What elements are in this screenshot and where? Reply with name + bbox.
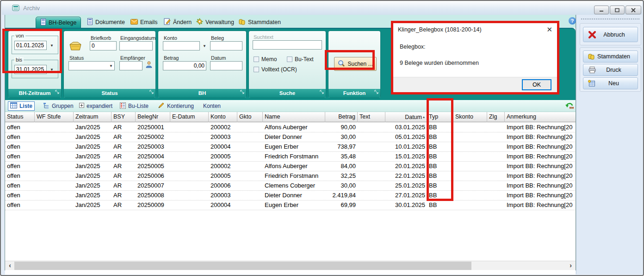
- tab-emails[interactable]: Emails: [126, 17, 162, 28]
- tab-label: Dokumente: [95, 19, 125, 25]
- cell-konto: 200004: [209, 142, 237, 151]
- chevron-down-icon[interactable]: ▼: [109, 64, 113, 68]
- status-dropdown[interactable]: [68, 61, 115, 70]
- inbox-tray-icon[interactable]: [68, 41, 82, 53]
- scrollbar-thumb[interactable]: [14, 262, 471, 270]
- memo-checkbox[interactable]: Memo: [254, 56, 277, 63]
- dropdown-arrow-icon[interactable]: ▼: [50, 68, 54, 72]
- tab-stammdaten[interactable]: Stammdaten: [235, 17, 285, 28]
- druck-button[interactable]: Druck: [583, 64, 638, 76]
- column-header-status[interactable]: Status: [5, 112, 35, 122]
- view-konten[interactable]: Konten: [201, 101, 223, 111]
- cell-betrag: 84,00: [325, 162, 358, 171]
- bis-date-field[interactable]: 31.01.2025: [14, 65, 47, 74]
- table-header-row: StatusWF StufeZeitraumBSYBelegNrE-DatumK…: [5, 112, 576, 122]
- cell-skonto: [453, 132, 487, 142]
- table-row[interactable]: offenJan/2025AR20250006200005Friedrich F…: [5, 171, 576, 181]
- cell-gkto: [237, 152, 263, 161]
- column-header-bsy[interactable]: BSY: [111, 112, 136, 122]
- table-row[interactable]: offenJan/2025AR20250007200006Clemens Cob…: [5, 181, 576, 191]
- group-expander-icon[interactable]: [320, 88, 324, 96]
- close-button[interactable]: [625, 6, 641, 14]
- column-header-datum[interactable]: Datum▴: [385, 112, 427, 122]
- table-row[interactable]: offenJan/2025AR20250004200005Friedrich F…: [5, 152, 576, 162]
- group-expander-icon[interactable]: [55, 88, 59, 96]
- column-header-belegnr[interactable]: BelegNr: [136, 112, 170, 122]
- column-header-konto[interactable]: Konto: [209, 112, 237, 122]
- volltext-checkbox[interactable]: Volltext (OCR): [254, 66, 297, 73]
- eingangsdatum-field[interactable]: [119, 41, 153, 50]
- briefkorb-field[interactable]: 0: [90, 41, 117, 50]
- datum-field[interactable]: [210, 61, 242, 70]
- column-header-wf-stufe[interactable]: WF Stufe: [35, 112, 74, 122]
- tab-aendern[interactable]: Ändern: [160, 17, 196, 28]
- column-header-zeitraum[interactable]: Zeitraum: [74, 112, 111, 122]
- column-header-e-datum[interactable]: E-Datum: [170, 112, 209, 122]
- cell-typ: BB: [427, 142, 453, 151]
- table-row[interactable]: offenJan/2025AR20250009200004Eugen Erber…: [5, 201, 576, 210]
- cell-zlg: [487, 191, 505, 200]
- printer-icon: [588, 67, 596, 74]
- column-header-skonto[interactable]: Skonto: [453, 112, 487, 122]
- group-expander-icon[interactable]: [240, 88, 244, 96]
- cell-name: Eugen Erber: [263, 142, 325, 151]
- view-expandiert[interactable]: expandiert: [77, 101, 114, 111]
- help-icon[interactable]: ?: [569, 17, 576, 25]
- group-expander-icon[interactable]: [374, 88, 378, 96]
- reassign-arrow-icon[interactable]: [564, 101, 575, 112]
- dropdown-arrow-icon[interactable]: ▼: [203, 44, 206, 48]
- tab-verwaltung[interactable]: Verwaltung: [192, 17, 238, 28]
- maximize-button[interactable]: [610, 6, 625, 14]
- column-header-name[interactable]: Name: [263, 112, 325, 122]
- table-row[interactable]: offenJan/2025AR20250003200004Eugen Erber…: [5, 142, 576, 152]
- von-date-field[interactable]: 01.01.2025: [14, 41, 47, 50]
- scroll-right-icon[interactable]: ›: [566, 262, 575, 270]
- table-row[interactable]: offenJan/2025AR20250005200002Alfons Aube…: [5, 162, 576, 171]
- cell-bsy: AR: [111, 132, 136, 142]
- abbruch-button[interactable]: Abbruch: [583, 27, 638, 42]
- beleg-field[interactable]: [210, 41, 242, 50]
- column-header-text[interactable]: Text: [358, 112, 385, 122]
- ok-button[interactable]: OK: [522, 79, 551, 90]
- scroll-left-icon[interactable]: ‹: [6, 262, 14, 270]
- cell-datum: 10.01.2025: [385, 142, 427, 151]
- view-liste[interactable]: Liste: [8, 101, 35, 111]
- column-header-betrag[interactable]: Betrag: [325, 112, 358, 122]
- view-gruppen[interactable]: Gruppen: [41, 101, 75, 111]
- view-bu-liste[interactable]: Bu-Liste: [118, 101, 150, 111]
- minimize-button[interactable]: [594, 6, 609, 14]
- tab-bh-belege[interactable]: BH-Belege: [36, 17, 81, 28]
- suchtext-field[interactable]: [253, 40, 322, 50]
- dropdown-arrow-icon[interactable]: ▼: [50, 44, 54, 48]
- person-icon[interactable]: [145, 61, 153, 70]
- stammdaten-button[interactable]: Stammdaten: [583, 50, 638, 63]
- dialog-title: Klinger_Belegbox (1081-200-14): [398, 26, 482, 33]
- table-row[interactable]: offenJan/2025AR20250001200002Alfons Aube…: [5, 123, 576, 132]
- group-expander-icon[interactable]: [149, 88, 154, 96]
- cell-bsy: AR: [111, 162, 136, 171]
- table-row[interactable]: offenJan/2025AR20250008200003Dieter Donn…: [5, 191, 576, 201]
- briefkorb-label: Briefkorb: [91, 35, 111, 41]
- column-header-gkto[interactable]: Gkto: [237, 112, 263, 122]
- table-row[interactable]: offenJan/2025AR20250002200003Dieter Donn…: [5, 132, 576, 142]
- column-header-anmerkung[interactable]: Anmerkung: [505, 112, 576, 122]
- cell-anmerkung: Import BB: Rechnung[20: [505, 181, 576, 190]
- tab-dokumente[interactable]: Dokumente: [83, 17, 129, 28]
- empfaenger-field[interactable]: [119, 61, 142, 70]
- cell-zeitraum: Jan/2025: [74, 201, 111, 210]
- app-icon: [12, 4, 19, 13]
- betrag-field[interactable]: 0,00: [163, 61, 206, 70]
- database-icon: [588, 53, 595, 60]
- cell-skonto: [453, 123, 487, 132]
- view-kontierung[interactable]: Kontierung: [156, 101, 196, 111]
- column-header-zlg[interactable]: Zlg: [487, 112, 505, 122]
- dialog-close-icon[interactable]: ✕: [546, 25, 552, 34]
- column-header-typ[interactable]: Typ: [427, 112, 453, 122]
- suchen-button[interactable]: Suchen ...: [334, 57, 377, 71]
- neu-button[interactable]: Neu: [583, 77, 638, 89]
- cell-typ: BB: [427, 162, 453, 171]
- horizontal-scrollbar[interactable]: ‹ ›: [5, 261, 576, 270]
- konto-combo[interactable]: [163, 41, 200, 50]
- bu-text-checkbox[interactable]: Bu-Text: [287, 56, 314, 63]
- konto-label: Konto: [164, 35, 177, 41]
